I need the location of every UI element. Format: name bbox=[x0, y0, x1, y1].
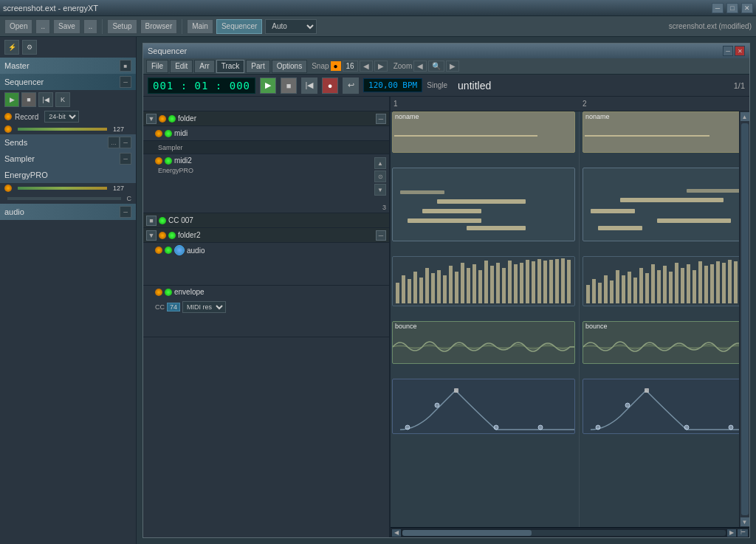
svg-rect-2 bbox=[408, 218, 481, 223]
midi2-active-led bbox=[165, 157, 172, 165]
track-menu[interactable]: Track bbox=[216, 60, 245, 73]
svg-rect-19 bbox=[449, 266, 453, 303]
h-scroll-thumb[interactable] bbox=[402, 530, 532, 536]
sends-dots-btn[interactable]: … bbox=[108, 137, 120, 148]
v-scroll-down-btn[interactable]: ▼ bbox=[740, 517, 749, 526]
clip-audio-bounce-1[interactable]: bounce bbox=[392, 321, 575, 364]
sends-fold-btn[interactable]: ─ bbox=[120, 137, 131, 148]
bit-depth-select[interactable]: 24-bit bbox=[44, 111, 79, 123]
sidebar-item-sends[interactable]: Sends … ─ bbox=[0, 134, 136, 151]
sidebar-item-sampler[interactable]: Sampler ─ bbox=[0, 151, 136, 167]
zoom-fit-btn[interactable]: 🔍 bbox=[428, 61, 444, 72]
folder-expand-btn[interactable]: ▼ bbox=[146, 114, 157, 124]
svg-rect-8 bbox=[598, 226, 642, 230]
cc-bars-svg-2 bbox=[583, 257, 749, 306]
minimize-button[interactable]: ─ bbox=[712, 3, 724, 13]
seq-rew-btn[interactable]: |◀ bbox=[301, 78, 317, 94]
h-scroll-right-btn[interactable]: ▶ bbox=[727, 529, 736, 537]
clip-midi2-2[interactable] bbox=[583, 168, 749, 241]
folder-minus-btn[interactable]: ─ bbox=[376, 114, 386, 124]
pan-slider[interactable] bbox=[7, 197, 121, 200]
snap-next-btn[interactable]: ▶ bbox=[374, 61, 388, 72]
clip-midi-noname-2[interactable]: noname bbox=[583, 111, 749, 153]
seq-close-btn[interactable]: ✕ bbox=[735, 46, 745, 56]
volume-slider-2[interactable] bbox=[18, 187, 107, 190]
volume-row-1: 127 bbox=[0, 124, 136, 134]
clip-midi2-1[interactable] bbox=[392, 168, 575, 241]
audio-fold-btn[interactable]: ─ bbox=[120, 206, 131, 218]
svg-rect-58 bbox=[693, 270, 696, 303]
open-button[interactable]: Open bbox=[4, 19, 32, 34]
open-dots-button[interactable]: .. bbox=[35, 19, 50, 34]
seq-play-btn[interactable]: ▶ bbox=[260, 78, 276, 94]
browser-button[interactable]: Browser bbox=[140, 19, 178, 34]
sequencer-tab-button[interactable]: Sequencer bbox=[216, 19, 262, 34]
save-button[interactable]: Save bbox=[53, 19, 80, 34]
clip-cc-2[interactable] bbox=[583, 256, 749, 306]
part-menu[interactable]: Part bbox=[246, 60, 269, 73]
maximize-button[interactable]: □ bbox=[726, 3, 738, 13]
h-scroll-left-btn[interactable]: ◀ bbox=[392, 529, 401, 537]
ruler-mark-1: 1 bbox=[394, 100, 398, 108]
main-button[interactable]: Main bbox=[187, 19, 213, 34]
clip-audio-bounce-2[interactable]: bounce bbox=[583, 321, 749, 364]
record-led bbox=[4, 113, 12, 120]
midi2-scroll-up[interactable]: ▲ bbox=[374, 157, 386, 169]
sidebar-rew-btn[interactable]: |◀ bbox=[38, 92, 53, 107]
svg-rect-46 bbox=[622, 275, 625, 303]
sidebar-item-sequencer[interactable]: Sequencer ─ bbox=[0, 74, 136, 90]
sampler-fold-btn[interactable]: ─ bbox=[120, 153, 131, 165]
seq-minimize-btn[interactable]: ─ bbox=[723, 46, 733, 56]
midi-res-select[interactable]: MIDI res bbox=[182, 301, 226, 313]
sidebar-rec-arm-btn[interactable]: K bbox=[55, 92, 70, 107]
auto-dropdown[interactable]: Auto bbox=[265, 19, 317, 34]
clip-midi-noname-1[interactable]: noname bbox=[392, 111, 575, 153]
sidebar-play-btn[interactable]: ▶ bbox=[4, 92, 19, 107]
seq-stop-btn[interactable]: ■ bbox=[281, 78, 297, 94]
toolbar-divider bbox=[102, 19, 103, 34]
midi2-scroll-mid[interactable]: ⊙ bbox=[374, 171, 386, 182]
zoom-out-btn[interactable]: ◀ bbox=[413, 61, 427, 72]
edit-menu[interactable]: Edit bbox=[170, 60, 193, 73]
options-menu[interactable]: Options bbox=[272, 60, 307, 73]
folder2-expand-btn[interactable]: ▼ bbox=[146, 230, 157, 241]
arr-menu[interactable]: Arr bbox=[194, 60, 214, 73]
close-button[interactable]: ✕ bbox=[741, 3, 753, 13]
audio-pan-knob[interactable] bbox=[174, 245, 185, 255]
snap-prev-btn[interactable]: ◀ bbox=[360, 61, 373, 72]
seq-rec-btn[interactable]: ● bbox=[322, 78, 338, 94]
sidebar-item-audio[interactable]: audio ─ bbox=[0, 204, 136, 220]
sidebar-item-master[interactable]: Master ■ bbox=[0, 58, 136, 74]
svg-rect-13 bbox=[413, 272, 417, 303]
waveform-svg-1 bbox=[393, 331, 575, 363]
midi2-scroll-down[interactable]: ▼ bbox=[374, 184, 386, 196]
vol-led-2 bbox=[4, 185, 12, 192]
save-dots-button[interactable]: .. bbox=[83, 19, 98, 34]
settings-icon[interactable]: ⚙ bbox=[22, 40, 37, 55]
snap-indicator: ● bbox=[331, 61, 341, 71]
svg-rect-39 bbox=[567, 260, 571, 303]
v-scroll-thumb[interactable] bbox=[741, 123, 749, 515]
h-scroll-end-btn[interactable]: ⊢ bbox=[738, 529, 748, 537]
volume-slider-1[interactable] bbox=[18, 128, 107, 131]
snap-value[interactable]: 16 bbox=[343, 61, 358, 72]
clip-envelope-2[interactable] bbox=[583, 379, 749, 434]
folder2-minus-btn[interactable]: ─ bbox=[376, 230, 386, 241]
v-scrollbar[interactable]: ▲ ▼ bbox=[739, 111, 749, 527]
midi-line bbox=[394, 135, 537, 137]
seq-title-label: Sequencer bbox=[148, 47, 721, 55]
svg-rect-51 bbox=[651, 264, 655, 303]
sidebar-item-energypro[interactable]: EnergyPRO bbox=[0, 167, 136, 183]
file-menu[interactable]: File bbox=[146, 60, 168, 73]
seq-loop-btn[interactable]: ↩ bbox=[343, 78, 359, 94]
svg-rect-18 bbox=[443, 275, 447, 303]
sequencer-fold-btn[interactable]: ─ bbox=[120, 76, 131, 88]
sidebar-stop-btn[interactable]: ■ bbox=[21, 92, 36, 107]
clip-envelope-1[interactable] bbox=[392, 379, 575, 434]
master-fold-btn[interactable]: ■ bbox=[120, 60, 131, 72]
setup-button[interactable]: Setup bbox=[107, 19, 137, 34]
clip-cc-1[interactable] bbox=[392, 256, 575, 306]
zoom-in-btn[interactable]: ▶ bbox=[446, 61, 459, 72]
v-scroll-up-btn[interactable]: ▲ bbox=[740, 112, 749, 121]
svg-rect-5 bbox=[591, 209, 635, 213]
